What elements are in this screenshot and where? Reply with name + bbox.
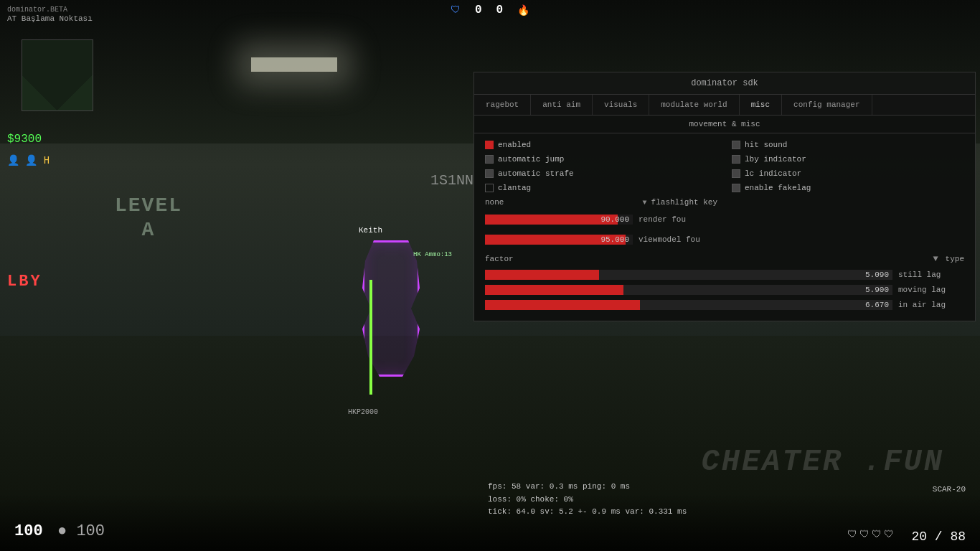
- hud-ammo: 20 / 88: [911, 529, 966, 544]
- crosshair-text: 1S1NN: [430, 172, 473, 189]
- score-t: 0: [496, 4, 504, 17]
- render-fov-label: render fou: [639, 215, 717, 224]
- panel-header: dominator sdk: [474, 72, 975, 95]
- factor-label: factor: [485, 255, 930, 263]
- in-air-lag-row: 6.670 in air lag: [485, 298, 964, 311]
- tab-misc[interactable]: misc: [740, 95, 782, 115]
- level-a-sign: LEVELA: [115, 194, 182, 242]
- tab-config-manager[interactable]: config manager: [782, 95, 872, 115]
- moving-lag-label: moving lag: [892, 286, 964, 294]
- still-lag-track[interactable]: 5.090: [485, 270, 892, 280]
- hud-location: AT Başlama Noktası: [7, 14, 93, 23]
- player-weapon-label: HKP2000: [348, 408, 378, 416]
- score-ct: 0: [475, 4, 482, 17]
- player-area: Keith HK Ammo:13 HKP2000: [344, 244, 430, 402]
- checkbox-hit-sound[interactable]: hit sound: [732, 141, 964, 149]
- checkbox-enable-fakelag-box[interactable]: [732, 184, 740, 192]
- factor-header-row: factor ▼ type: [485, 254, 964, 264]
- checkbox-auto-strafe-label: automatic strafe: [498, 169, 574, 178]
- checkbox-hit-sound-label: hit sound: [745, 141, 787, 149]
- panel-right-column: hit sound lby indicator lc indicator ena…: [732, 141, 964, 247]
- checkbox-clantag[interactable]: clantag: [485, 184, 717, 192]
- perf-line3: tick: 64.0 sv: 5.2 +- 0.9 ms var: 0.331 …: [488, 506, 687, 519]
- render-fov-value: 90.000: [600, 215, 629, 225]
- watermark: CHEATER .FUN: [702, 445, 944, 479]
- checkbox-enabled-box[interactable]: [485, 141, 494, 149]
- in-air-lag-fill: [485, 300, 640, 310]
- tab-anti-aim[interactable]: anti aim: [531, 95, 593, 115]
- checkbox-hit-sound-box[interactable]: [732, 141, 740, 149]
- moving-lag-value: 5.900: [865, 286, 889, 294]
- checkbox-lby-indicator-label: lby indicator: [745, 155, 806, 164]
- player-health-fill: [369, 280, 372, 395]
- viewmodel-fov-row: 95.000 viewmodel fou: [485, 235, 717, 245]
- shield-icon-1: 🛡: [847, 529, 857, 540]
- tab-modulate-world[interactable]: modulate world: [649, 95, 739, 115]
- checkbox-enabled[interactable]: enabled: [485, 141, 717, 149]
- checkbox-enable-fakelag-label: enable fakelag: [745, 184, 811, 192]
- panel-title: dominator sdk: [691, 78, 758, 88]
- shield-icon-3: 🛡: [872, 529, 882, 540]
- checkbox-auto-jump[interactable]: automatic jump: [485, 155, 717, 164]
- hud-money: $9300: [7, 133, 42, 146]
- moving-lag-row: 5.900 moving lag: [485, 283, 964, 296]
- factor-section: factor ▼ type 5.090 still lag 5.900 movi…: [474, 254, 975, 321]
- checkbox-auto-jump-box[interactable]: [485, 155, 494, 164]
- checkbox-clantag-box[interactable]: [485, 184, 494, 192]
- in-air-lag-track[interactable]: 6.670: [485, 300, 892, 310]
- checkbox-lby-indicator[interactable]: lby indicator: [732, 155, 964, 164]
- shield-icon-4: 🛡: [884, 529, 894, 540]
- shield-icons: 🛡 🛡 🛡 🛡: [847, 529, 894, 540]
- render-fov-row: 90.000 render fou: [485, 215, 717, 225]
- tab-ragebot[interactable]: ragebot: [474, 95, 531, 115]
- player-name-tag: Keith: [359, 226, 382, 235]
- hud-armor: ● 100: [57, 522, 105, 540]
- checkbox-enable-fakelag[interactable]: enable fakelag: [732, 184, 964, 192]
- checkbox-lc-indicator-label: lc indicator: [745, 169, 801, 178]
- player-health-bar: [369, 280, 372, 395]
- shield-icon-2: 🛡: [859, 529, 870, 540]
- checkbox-auto-jump-label: automatic jump: [498, 155, 564, 164]
- checkbox-lc-indicator[interactable]: lc indicator: [732, 169, 964, 178]
- checkbox-clantag-label: clantag: [498, 184, 531, 192]
- tab-visuals[interactable]: visuals: [593, 95, 649, 115]
- checkbox-lby-indicator-box[interactable]: [732, 155, 740, 164]
- moving-lag-fill: [485, 285, 623, 295]
- type-arrow-icon: ▼: [933, 254, 938, 264]
- panel-tabs: ragebot anti aim visuals modulate world …: [474, 95, 975, 116]
- hud-performance: fps: 58 var: 0.3 ms ping: 0 ms loss: 0% …: [488, 481, 687, 519]
- flashlight-value: none: [485, 198, 639, 207]
- hud-weapon: SCAR-20: [933, 485, 966, 494]
- render-fov-fill: [485, 215, 618, 225]
- render-fov-track[interactable]: 90.000: [485, 215, 633, 225]
- app-name: dominator.BETA: [7, 6, 67, 14]
- viewmodel-fov-value: 95.000: [600, 235, 629, 245]
- flashlight-dropdown-row: none ▼ flashlight key: [485, 198, 717, 207]
- viewmodel-fov-label: viewmodel fou: [639, 235, 717, 244]
- type-label: type: [946, 255, 964, 263]
- checkbox-auto-strafe[interactable]: automatic strafe: [485, 169, 717, 178]
- minimap: [22, 39, 93, 111]
- score-area: 🛡 0 0 🔥: [451, 4, 529, 17]
- panel-left-column: enabled automatic jump automatic strafe …: [485, 141, 717, 247]
- checkbox-enabled-label: enabled: [498, 141, 531, 149]
- moving-lag-track[interactable]: 5.900: [485, 285, 892, 295]
- cheat-panel: dominator sdk ragebot anti aim visuals m…: [473, 72, 976, 321]
- in-air-lag-value: 6.670: [865, 301, 889, 309]
- in-air-lag-label: in air lag: [892, 301, 964, 309]
- hud-player-icons: 👤 👤 H: [7, 154, 50, 166]
- player-ammo-tag: HK Ammo:13: [413, 251, 452, 258]
- panel-content: enabled automatic jump automatic strafe …: [474, 133, 975, 254]
- still-lag-label: still lag: [892, 270, 964, 279]
- still-lag-value: 5.090: [865, 270, 889, 279]
- flashlight-arrow-icon[interactable]: ▼: [643, 199, 647, 207]
- hud-health: 100: [14, 522, 43, 540]
- flashlight-label: flashlight key: [651, 198, 717, 207]
- still-lag-row: 5.090 still lag: [485, 268, 964, 281]
- still-lag-fill: [485, 270, 599, 280]
- perf-line2: loss: 0% choke: 0%: [488, 494, 687, 507]
- checkbox-auto-strafe-box[interactable]: [485, 169, 494, 178]
- ceiling-light: [251, 57, 337, 72]
- checkbox-lc-indicator-box[interactable]: [732, 169, 740, 178]
- viewmodel-fov-track[interactable]: 95.000: [485, 235, 633, 245]
